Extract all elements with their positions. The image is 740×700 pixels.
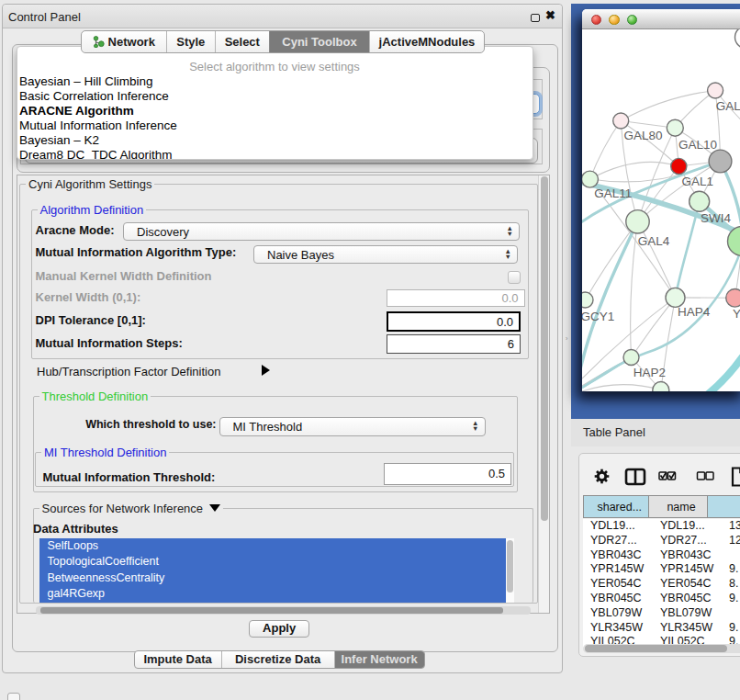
svg-text:GAL10: GAL10 (678, 138, 716, 152)
svg-text:HAP2: HAP2 (633, 365, 665, 378)
svg-text:GAL80: GAL80 (623, 128, 662, 141)
svg-text:GCY1: GCY1 (582, 309, 614, 322)
svg-text:SWI4: SWI4 (701, 211, 731, 225)
svg-text:GAL1: GAL1 (681, 175, 713, 188)
svg-text:HAP4: HAP4 (678, 305, 711, 319)
svg-text:GAL4: GAL4 (637, 234, 669, 248)
svg-text:YEL047C: YEL047C (733, 307, 740, 321)
svg-text:GAL7: GAL7 (715, 98, 740, 112)
svg-text:GAL11: GAL11 (594, 186, 632, 199)
